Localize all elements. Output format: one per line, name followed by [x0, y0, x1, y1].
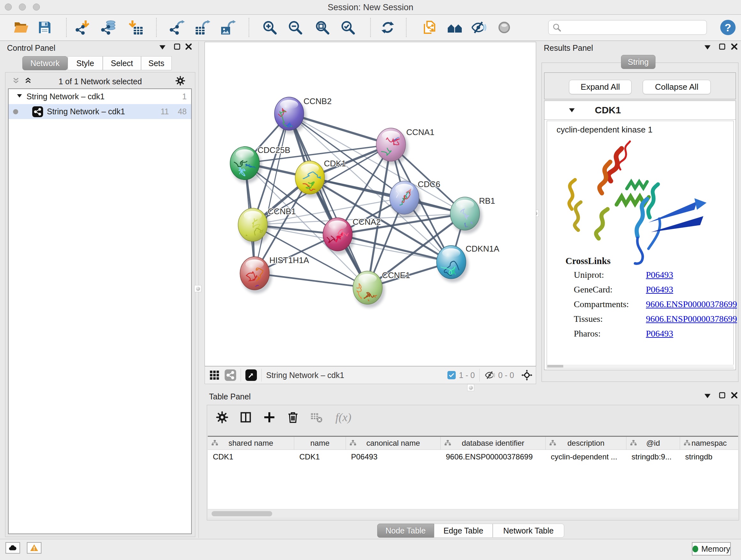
svg-text:CCNA2: CCNA2 [353, 217, 381, 227]
delete-column-icon[interactable] [286, 410, 300, 424]
export-image-button[interactable] [220, 19, 237, 36]
tab-style[interactable]: Style [68, 56, 103, 70]
memory-button[interactable]: Memory [692, 542, 731, 556]
column-header[interactable]: canonical name [346, 437, 441, 449]
results-hscroll-thumb[interactable] [547, 365, 563, 368]
hide-selected-button[interactable] [470, 19, 487, 36]
table-row[interactable]: CDK1 CDK1 P06493 9606.ENSP00000378699 cy… [208, 450, 738, 464]
node-CDKN1A [436, 246, 468, 282]
table-hscroll-thumb[interactable] [212, 511, 272, 516]
crosslink-row: Uniprot: P06493 [547, 270, 733, 285]
crosslink-link[interactable]: P06493 [646, 270, 673, 280]
gene-description: cyclin-dependent kinase 1 [556, 125, 653, 135]
table-panel-close-icon[interactable] [730, 391, 738, 399]
table-options-gear-icon[interactable] [215, 410, 229, 424]
zoom-in-button[interactable] [261, 19, 278, 36]
results-panel-collapse-icon[interactable] [703, 43, 712, 52]
import-database-icon [101, 20, 116, 35]
column-header[interactable]: shared name [208, 437, 294, 449]
column-header[interactable]: name [294, 437, 346, 449]
network-options-gear-icon[interactable] [175, 76, 185, 86]
svg-text:CDK1: CDK1 [324, 159, 346, 168]
search-icon [552, 23, 561, 32]
node-CCNE1 [353, 271, 385, 308]
crosslink-link[interactable]: 9606.ENSP00000378699 [646, 314, 737, 324]
cell-id[interactable]: stringdb:9... [626, 450, 680, 464]
zoom-fit-button[interactable] [314, 19, 331, 36]
network-canvas[interactable]: CCNB2CCNA1CDC25BCDK1CDC6RB1CCNB1CCNA2CDK… [205, 42, 536, 366]
import-network-file-button[interactable] [75, 19, 91, 36]
selected-checkbox-icon[interactable] [448, 371, 456, 379]
zoom-selected-button[interactable] [340, 19, 356, 36]
section-disclosure-icon[interactable] [567, 106, 576, 115]
tab-network-table[interactable]: Network Table [493, 523, 564, 538]
first-neighbors-button[interactable] [447, 19, 463, 36]
export-network-button[interactable] [169, 19, 185, 36]
tab-sets[interactable]: Sets [141, 56, 172, 70]
import-network-database-button[interactable] [100, 19, 117, 36]
results-panel-title: Results Panel [544, 44, 593, 53]
results-hscrollbar[interactable] [547, 365, 734, 368]
zoom-out-button[interactable] [287, 19, 304, 36]
tab-network[interactable]: Network [22, 56, 68, 70]
crosshair-icon[interactable] [521, 369, 533, 381]
tab-select[interactable]: Select [103, 56, 141, 70]
svg-text:RB1: RB1 [479, 196, 495, 206]
help-button[interactable]: ? [720, 20, 736, 35]
import-table-button[interactable] [127, 19, 144, 36]
new-network-from-selection-button[interactable] [421, 19, 437, 36]
collapse-all-button[interactable]: Collapse All [643, 80, 711, 94]
crosslinks-title: CrossLinks [565, 256, 610, 266]
tab-edge-table[interactable]: Edge Table [434, 523, 493, 538]
svg-text:HIST1H1A: HIST1H1A [269, 255, 309, 265]
column-header[interactable]: description [546, 437, 626, 449]
column-header[interactable]: database identifier [441, 437, 546, 449]
open-session-button[interactable] [13, 19, 29, 36]
table-hscrollbar[interactable] [208, 510, 738, 517]
show-columns-icon[interactable] [239, 410, 253, 424]
expand-all-button[interactable]: Expand All [569, 80, 631, 94]
birdseye-view-icon[interactable] [246, 369, 257, 381]
left-splitter-handle[interactable] [194, 285, 201, 292]
table-panel-collapse-icon[interactable] [703, 391, 712, 401]
toolbar-search[interactable] [548, 20, 707, 35]
import-table-icon [128, 20, 143, 35]
control-panel-close-icon[interactable] [185, 43, 193, 51]
cell-shared-name[interactable]: CDK1 [208, 450, 294, 464]
hidden-counts: 0 - 0 [498, 371, 514, 380]
cell-database-identifier[interactable]: 9606.ENSP00000378699 [441, 450, 546, 464]
cell-name[interactable]: CDK1 [294, 450, 346, 464]
network-view-type-icon[interactable] [225, 369, 236, 381]
add-column-icon[interactable] [262, 410, 276, 424]
cell-description[interactable]: cyclin-dependent ... [546, 450, 626, 464]
disclosure-triangle-icon[interactable] [16, 92, 24, 102]
table-panel-float-icon[interactable] [718, 391, 726, 399]
cell-canonical-name[interactable]: P06493 [346, 450, 441, 464]
column-header[interactable]: namespac [680, 437, 738, 449]
save-session-button[interactable] [37, 19, 53, 36]
tab-node-table[interactable]: Node Table [377, 523, 434, 538]
apply-layout-button[interactable] [380, 19, 396, 36]
tab-string[interactable]: String [621, 55, 656, 69]
cdk1-section-header[interactable]: CDK1 [544, 101, 736, 120]
control-panel-float-icon[interactable] [173, 43, 181, 51]
crosslink-link[interactable]: 9606.ENSP00000378699 [646, 299, 737, 309]
svg-text:CCNB2: CCNB2 [304, 97, 332, 106]
column-header[interactable]: @id [626, 437, 680, 449]
results-panel-float-icon[interactable] [718, 43, 726, 51]
node-RB1 [450, 197, 482, 234]
control-panel-collapse-icon[interactable] [158, 43, 167, 52]
grid-view-icon[interactable] [209, 369, 220, 381]
network-graph[interactable]: CCNB2CCNA1CDC25BCDK1CDC6RB1CCNB1CCNA2CDK… [205, 42, 536, 366]
export-table-button[interactable] [194, 19, 211, 36]
results-button-box: Expand All Collapse All [544, 72, 736, 99]
search-input[interactable] [564, 21, 706, 34]
crosslink-link[interactable]: P06493 [646, 285, 673, 294]
warnings-button[interactable] [27, 542, 42, 554]
crosslink-link[interactable]: P06493 [646, 328, 673, 338]
cloud-status-button[interactable] [5, 542, 20, 554]
results-panel-close-icon[interactable] [730, 43, 738, 51]
network-collection-row[interactable]: String Network – cdk1 1 [9, 89, 191, 104]
network-row-selected[interactable]: String Network – cdk1 11 48 [9, 104, 191, 119]
cell-namespace[interactable]: stringdb [680, 450, 738, 464]
